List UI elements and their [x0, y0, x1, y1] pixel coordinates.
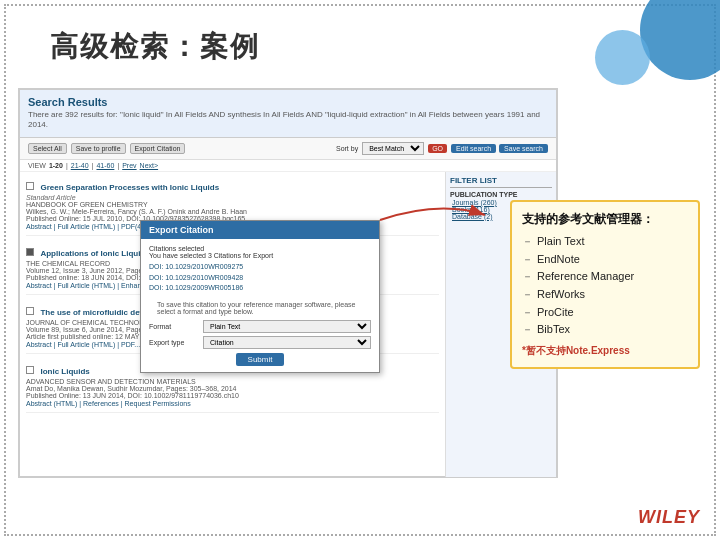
edit-save-btns: Edit search Save search [451, 144, 548, 153]
annotation-box: 支持的参考文献管理器： － Plain Text － EndNote － Ref… [510, 200, 700, 369]
sr-item-meta-4: ADVANCED SENSOR AND DETECTION MATERIALS [26, 378, 439, 385]
export-submit-button[interactable]: Submit [236, 353, 285, 366]
sr-header-title: Search Results [28, 96, 548, 108]
filter-title: FILTER LIST [450, 176, 552, 188]
page-title: 高级检索：案例 [50, 28, 260, 66]
sr-item-title-2[interactable]: Applications of Ionic Liquids [40, 249, 149, 258]
sr-item-authors-1: Wilkes, G. W.; Mele-Ferreira, Fancy (S. … [26, 208, 439, 215]
sr-item-authors-4: Amat Do, Manika Dewan, Sudhir Mozumdar, … [26, 385, 439, 392]
export-format-select[interactable]: Plain Text [203, 320, 371, 333]
annotation-item-4: － RefWorks [522, 286, 688, 304]
export-dialog-desc: Citations selected You have selected 3 C… [149, 245, 371, 259]
go-button[interactable]: GO [428, 144, 447, 153]
sr-pagination: VIEW 1-20 | 21-40 | 41-60 | Prev Next> [20, 160, 556, 172]
annotation-item-6: － BibTex [522, 321, 688, 339]
annotation-item-1: － Plain Text [522, 233, 688, 251]
sr-item-title-4[interactable]: Ionic Liquids [40, 367, 89, 376]
sort-by-select[interactable]: Best Match [362, 142, 424, 155]
sr-checkbox-1[interactable] [26, 182, 34, 190]
select-all-button[interactable]: Select All [28, 143, 67, 154]
view-label: VIEW [28, 162, 46, 169]
sr-toolbar: Select All Save to profile Export Citati… [20, 138, 556, 160]
annotation-item-2: － EndNote [522, 251, 688, 269]
sr-header: Search Results There are 392 results for… [20, 90, 556, 138]
sr-checkbox-3[interactable] [26, 307, 34, 315]
export-type-label: Export type [149, 339, 199, 346]
annotation-title: 支持的参考文献管理器： [522, 210, 688, 229]
annotation-item-5: － ProCite [522, 304, 688, 322]
export-format-label: Format [149, 323, 199, 330]
page-link-3[interactable]: 41-60 [96, 162, 114, 169]
wiley-logo: WILEY [638, 507, 700, 528]
edit-search-button[interactable]: Edit search [451, 144, 496, 153]
export-type-row: Export type Citation [149, 336, 371, 349]
save-to-profile-button[interactable]: Save to profile [71, 143, 126, 154]
sr-item-meta-1: HANDBOOK OF GREEN CHEMISTRY [26, 201, 439, 208]
page-link-2[interactable]: 21-40 [71, 162, 89, 169]
export-format-row: Format Plain Text [149, 320, 371, 333]
export-citation-list: DOI: 10.1029/2010WR009275 DOI: 10.1029/2… [149, 262, 371, 294]
export-dialog-body: Citations selected You have selected 3 C… [141, 239, 379, 372]
sort-by-label: Sort by [336, 145, 358, 152]
export-dialog-header: Export Citation [141, 221, 379, 239]
page-next[interactable]: Next> [140, 162, 158, 169]
screenshot-area: Search Results There are 392 results for… [18, 88, 558, 478]
sr-item-published-4: Published Online: 13 JUN 2014, DOI: 10.1… [26, 392, 439, 399]
sr-checkbox-4[interactable] [26, 366, 34, 374]
annotation-item-3: － Reference Manager [522, 268, 688, 286]
page-link-1[interactable]: 1-20 [49, 162, 63, 169]
search-results-panel: Search Results There are 392 results for… [19, 89, 557, 477]
sr-item-subtitle-1: Standard Article [26, 194, 439, 201]
export-citation-button[interactable]: Export Citation [130, 143, 186, 154]
save-search-button[interactable]: Save search [499, 144, 548, 153]
sr-item-links-4: Abstract (HTML) | References | Request P… [26, 400, 439, 407]
deco-circle-big [640, 0, 720, 80]
export-save-text: To save this citation to your reference … [149, 298, 371, 320]
export-citation-dialog: Export Citation Citations selected You h… [140, 220, 380, 373]
deco-circle-small [595, 30, 650, 85]
filter-pub-type-title: PUBLICATION TYPE [450, 191, 552, 198]
sr-header-desc: There are 392 results for: "Ionic liquid… [28, 110, 548, 131]
sr-toolbar-right: Sort by Best Match GO Edit search Save s… [336, 142, 548, 155]
page-prev[interactable]: Prev [122, 162, 136, 169]
annotation-note: *暂不支持Note.Express [522, 343, 688, 359]
sr-checkbox-2[interactable] [26, 248, 34, 256]
deco-circles [600, 0, 720, 100]
sr-item-title-1[interactable]: Green Separation Processes with Ionic Li… [40, 183, 219, 192]
export-type-select[interactable]: Citation [203, 336, 371, 349]
